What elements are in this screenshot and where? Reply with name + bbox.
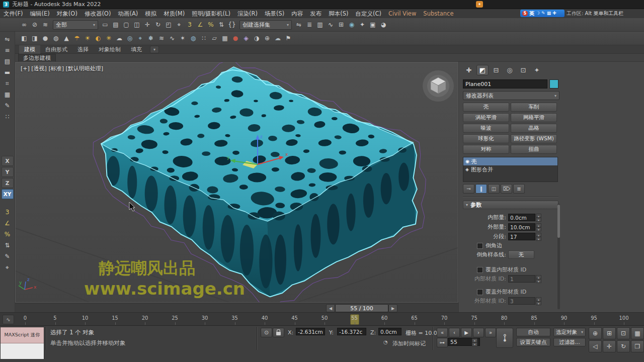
zoom-all-icon[interactable]: ⊞ bbox=[603, 327, 616, 339]
utilities-tab-icon[interactable]: ✦ bbox=[531, 65, 543, 75]
scene-explorer-icon[interactable]: ▥ bbox=[315, 20, 325, 30]
trackbar-ruler[interactable]: 0510152025303540455055606570758085909510… bbox=[25, 313, 624, 326]
menu-item[interactable]: Civil View bbox=[385, 10, 420, 17]
display-tab-icon[interactable]: ⊡ bbox=[517, 65, 529, 75]
named-selection-sets-icon[interactable]: {} bbox=[227, 20, 237, 30]
x-coordinate-input[interactable]: -2.631cm bbox=[296, 328, 325, 335]
menu-item[interactable]: 模拟 bbox=[141, 10, 160, 18]
ribbon-toggle-icon[interactable]: ▬ bbox=[3, 67, 13, 77]
ribbon-minimize-button[interactable]: ▾ bbox=[150, 46, 159, 53]
time-slider-prev-button[interactable]: ◀ bbox=[326, 304, 335, 312]
modifier-visibility-icon[interactable]: ◈ bbox=[465, 167, 469, 172]
time-slider-next-button[interactable]: ▶ bbox=[388, 304, 397, 312]
outer-id-input[interactable]: 3 bbox=[508, 297, 535, 305]
moon-icon[interactable]: ☽ bbox=[536, 10, 540, 17]
menu-item[interactable]: 材质(M) bbox=[160, 10, 188, 18]
menu-item[interactable]: 场景(S) bbox=[261, 10, 288, 18]
override-inner-checkbox[interactable] bbox=[477, 267, 483, 273]
snap-3d-icon[interactable]: 3 bbox=[3, 207, 13, 217]
modify-tab-icon[interactable]: ◩ bbox=[476, 65, 489, 75]
half-sphere-icon[interactable]: ◑ bbox=[252, 33, 262, 43]
modifier-stack-row[interactable]: ◉壳 bbox=[463, 157, 557, 165]
omni-light-icon[interactable]: ✳ bbox=[104, 33, 114, 43]
modifier-button[interactable]: 对称 bbox=[463, 145, 509, 154]
box-icon[interactable]: ◧ bbox=[19, 33, 29, 43]
modifier-button[interactable]: 晶格 bbox=[511, 124, 557, 133]
next-frame-button[interactable]: › bbox=[473, 328, 484, 337]
set-key-button[interactable]: 设置关键点 bbox=[516, 338, 550, 346]
select-by-name-icon[interactable]: ▤ bbox=[111, 20, 121, 30]
modifier-button[interactable]: 网格平滑 bbox=[511, 113, 557, 122]
play-button[interactable]: ▶ bbox=[461, 328, 472, 337]
viewport-label[interactable]: [+] [透视] [标准] [默认明暗处理] bbox=[21, 65, 103, 72]
menu-item[interactable]: 对象(O) bbox=[53, 10, 81, 18]
spinner[interactable]: ▴▾ bbox=[536, 275, 541, 283]
snap-toggle-icon[interactable]: 3 bbox=[185, 20, 195, 30]
workspace-selector[interactable]: 工作区: Alt 菜单和工具栏 bbox=[567, 10, 643, 17]
ime-logo-icon[interactable]: S bbox=[522, 11, 528, 16]
cloud-icon[interactable]: ☁ bbox=[273, 33, 283, 43]
go-to-start-button[interactable]: « bbox=[437, 328, 448, 337]
z-coordinate-input[interactable]: 0.0cm bbox=[378, 328, 401, 335]
modifier-button[interactable]: 扭曲 bbox=[511, 145, 557, 154]
override-outer-checkbox[interactable] bbox=[477, 289, 483, 295]
lattice-icon[interactable]: ▦ bbox=[220, 33, 230, 43]
axis-constraint-xy[interactable]: XY bbox=[2, 189, 14, 199]
viewport-canvas[interactable]: x y z x y z 静远嘲风出品 www.scimage.cn bbox=[16, 62, 458, 303]
plane-icon[interactable]: ▱ bbox=[209, 33, 219, 43]
parameter-input[interactable]: 17 bbox=[508, 233, 535, 240]
toolbox-icon[interactable]: ✚ bbox=[552, 10, 556, 17]
zoom-extents-icon[interactable]: ⊡ bbox=[617, 327, 630, 339]
sky-icon[interactable]: ☁ bbox=[114, 33, 124, 43]
snowflake-icon[interactable]: ❄ bbox=[146, 33, 156, 43]
paint-tool-icon[interactable]: ✎ bbox=[3, 101, 13, 111]
target-icon[interactable]: ⊕ bbox=[262, 33, 272, 43]
selected-objects-dropdown[interactable]: 选定对象 ▾ bbox=[553, 328, 586, 336]
spinner[interactable]: ▴▾ bbox=[536, 223, 541, 231]
spinner[interactable]: ▴▾ bbox=[472, 338, 477, 346]
align-icon[interactable]: ≣ bbox=[304, 20, 314, 30]
modifier-button[interactable]: 路径变形 (WSM) bbox=[511, 134, 557, 143]
object-name-field[interactable]: Plane001 bbox=[463, 79, 547, 88]
y-coordinate-input[interactable]: -16.372c bbox=[337, 328, 366, 335]
modifier-button[interactable]: 壳 bbox=[463, 103, 509, 112]
perspective-viewport[interactable]: [+] [透视] [标准] [默认明暗处理] bbox=[15, 62, 458, 303]
spinner[interactable]: ▴▾ bbox=[536, 233, 541, 240]
ribbon-panel-polygon-modeling[interactable]: 多边形建模 bbox=[18, 54, 56, 62]
previous-frame-button[interactable]: ‹ bbox=[449, 328, 460, 337]
select-and-move-icon[interactable]: ✛ bbox=[142, 20, 152, 30]
set-key-big-button[interactable]: ⊶ bbox=[496, 328, 513, 348]
cylinder-icon[interactable]: ◨ bbox=[30, 33, 40, 43]
create-tab-icon[interactable]: ✚ bbox=[463, 65, 475, 75]
time-slider-handle[interactable]: 55 / 100 bbox=[335, 304, 388, 312]
parameter-input[interactable]: 0.0cm bbox=[508, 214, 535, 221]
globe-icon[interactable]: ◍ bbox=[188, 33, 198, 43]
angle-snap-icon[interactable]: ∠ bbox=[3, 218, 13, 228]
bind-to-space-warp-icon[interactable]: ≋ bbox=[40, 20, 50, 30]
orbit-icon[interactable]: ↻ bbox=[617, 340, 630, 352]
pan-icon[interactable]: ✛ bbox=[603, 340, 616, 352]
add-time-tag-button[interactable]: 添加时间标记 bbox=[392, 340, 426, 347]
modifier-button[interactable]: 涡轮平滑 bbox=[463, 113, 509, 122]
menu-item[interactable]: 自定义(C) bbox=[352, 10, 385, 18]
menu-item[interactable]: 内容 bbox=[288, 10, 306, 18]
modifier-stack-row[interactable]: ◈图形合并 bbox=[463, 165, 557, 173]
render-setup-icon[interactable]: ✦ bbox=[357, 20, 367, 30]
lock-selection-button[interactable] bbox=[273, 328, 284, 337]
bevel-spline-button[interactable]: 无 bbox=[508, 250, 534, 259]
sun-icon[interactable]: ☀ bbox=[83, 33, 93, 43]
record-icon[interactable]: ● bbox=[230, 33, 240, 43]
flag-icon[interactable]: ⚑ bbox=[283, 33, 293, 43]
make-unique-icon[interactable]: ◫ bbox=[488, 184, 500, 194]
ime-language-indicator[interactable]: 英 bbox=[529, 10, 534, 17]
mirror-icon[interactable]: ⇋ bbox=[294, 20, 304, 30]
modifier-visibility-icon[interactable]: ◉ bbox=[465, 159, 469, 164]
select-object-icon[interactable]: ▭ bbox=[100, 20, 110, 30]
axis-target-icon[interactable]: ⌖ bbox=[3, 262, 13, 273]
unlink-selection-icon[interactable]: ⊘ bbox=[30, 20, 40, 30]
rectangular-selection-region-icon[interactable]: ▢ bbox=[121, 20, 131, 30]
named-selection-dropdown[interactable]: 创建选择集▾ bbox=[239, 20, 292, 30]
wind-icon[interactable]: ≋ bbox=[156, 33, 167, 43]
angle-snap-icon[interactable]: ∠ bbox=[195, 20, 205, 30]
ribbon-tab[interactable]: 对象绘制 bbox=[94, 45, 126, 54]
